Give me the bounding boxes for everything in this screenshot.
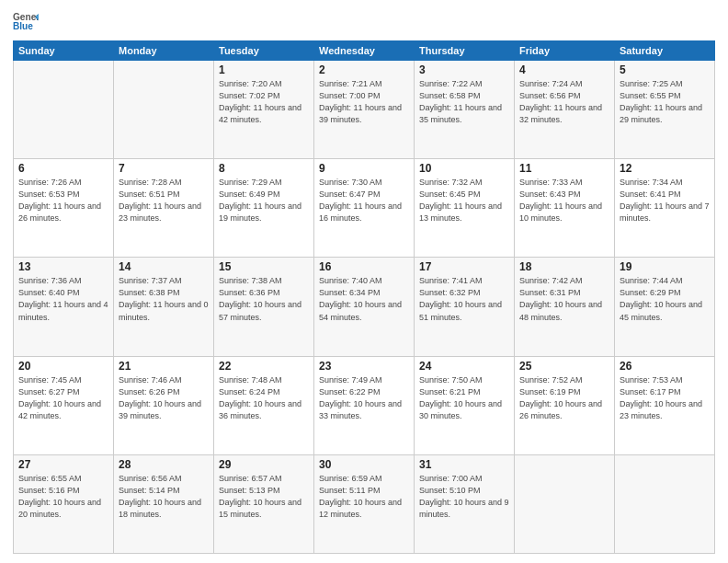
day-number: 25: [519, 360, 609, 373]
day-number: 14: [119, 260, 209, 273]
cell-info: Sunrise: 7:22 AMSunset: 6:58 PMDaylight:…: [419, 78, 509, 126]
cell-info: Sunrise: 7:24 AMSunset: 6:56 PMDaylight:…: [519, 78, 609, 126]
day-number: 8: [219, 162, 309, 175]
days-of-week-row: SundayMondayTuesdayWednesdayThursdayFrid…: [14, 41, 715, 61]
logo-icon: General Blue: [13, 9, 39, 35]
week-row-3: 13 Sunrise: 7:36 AMSunset: 6:40 PMDaylig…: [14, 258, 715, 356]
cell-info: Sunrise: 7:40 AMSunset: 6:34 PMDaylight:…: [319, 275, 409, 323]
day-number: 12: [620, 162, 710, 175]
cell-info: Sunrise: 6:57 AMSunset: 5:13 PMDaylight:…: [219, 473, 309, 521]
cell-info: Sunrise: 7:28 AMSunset: 6:51 PMDaylight:…: [119, 177, 209, 224]
cell-info: Sunrise: 7:25 AMSunset: 6:55 PMDaylight:…: [620, 78, 710, 126]
day-number: 6: [18, 162, 108, 175]
cell-info: Sunrise: 7:20 AMSunset: 7:02 PMDaylight:…: [219, 78, 309, 126]
calendar-cell: 8 Sunrise: 7:29 AMSunset: 6:49 PMDayligh…: [214, 159, 314, 258]
day-number: 22: [219, 360, 309, 373]
calendar-cell: 18 Sunrise: 7:42 AMSunset: 6:31 PMDaylig…: [515, 258, 615, 356]
day-number: 13: [18, 260, 108, 273]
day-number: 30: [319, 458, 409, 471]
calendar-cell: 22 Sunrise: 7:48 AMSunset: 6:24 PMDaylig…: [214, 356, 314, 454]
cell-info: Sunrise: 7:33 AMSunset: 6:43 PMDaylight:…: [519, 177, 609, 224]
day-of-week-friday: Friday: [515, 41, 615, 61]
cell-info: Sunrise: 7:30 AMSunset: 6:47 PMDaylight:…: [319, 177, 409, 224]
day-number: 24: [419, 360, 509, 373]
day-number: 11: [519, 162, 609, 175]
calendar-cell: 13 Sunrise: 7:36 AMSunset: 6:40 PMDaylig…: [14, 258, 114, 356]
calendar-cell: 7 Sunrise: 7:28 AMSunset: 6:51 PMDayligh…: [114, 159, 214, 258]
calendar-cell: 24 Sunrise: 7:50 AMSunset: 6:21 PMDaylig…: [415, 356, 515, 454]
week-row-4: 20 Sunrise: 7:45 AMSunset: 6:27 PMDaylig…: [14, 356, 715, 454]
cell-info: Sunrise: 7:45 AMSunset: 6:27 PMDaylight:…: [18, 374, 108, 422]
day-number: 1: [219, 63, 309, 76]
cell-info: Sunrise: 7:46 AMSunset: 6:26 PMDaylight:…: [119, 374, 209, 422]
cell-info: Sunrise: 7:41 AMSunset: 6:32 PMDaylight:…: [419, 275, 509, 323]
calendar-cell: 11 Sunrise: 7:33 AMSunset: 6:43 PMDaylig…: [515, 159, 615, 258]
day-of-week-thursday: Thursday: [415, 41, 515, 61]
calendar-cell: 9 Sunrise: 7:30 AMSunset: 6:47 PMDayligh…: [314, 159, 415, 258]
calendar-cell: 4 Sunrise: 7:24 AMSunset: 6:56 PMDayligh…: [515, 61, 615, 159]
day-number: 7: [119, 162, 209, 175]
day-of-week-monday: Monday: [114, 41, 214, 61]
day-of-week-wednesday: Wednesday: [314, 41, 415, 61]
cell-info: Sunrise: 6:59 AMSunset: 5:11 PMDaylight:…: [319, 473, 409, 521]
calendar-cell: 12 Sunrise: 7:34 AMSunset: 6:41 PMDaylig…: [615, 159, 715, 258]
calendar-cell: [515, 454, 615, 553]
calendar-body: 1 Sunrise: 7:20 AMSunset: 7:02 PMDayligh…: [14, 61, 715, 554]
calendar-cell: 10 Sunrise: 7:32 AMSunset: 6:45 PMDaylig…: [415, 159, 515, 258]
cell-info: Sunrise: 7:44 AMSunset: 6:29 PMDaylight:…: [620, 275, 710, 323]
cell-info: Sunrise: 7:29 AMSunset: 6:49 PMDaylight:…: [219, 177, 309, 224]
logo: General Blue: [13, 9, 39, 35]
cell-info: Sunrise: 7:53 AMSunset: 6:17 PMDaylight:…: [620, 374, 710, 422]
calendar-cell: [615, 454, 715, 553]
day-number: 21: [119, 360, 209, 373]
calendar-cell: 3 Sunrise: 7:22 AMSunset: 6:58 PMDayligh…: [415, 61, 515, 159]
calendar-cell: 1 Sunrise: 7:20 AMSunset: 7:02 PMDayligh…: [214, 61, 314, 159]
calendar-cell: 19 Sunrise: 7:44 AMSunset: 6:29 PMDaylig…: [615, 258, 715, 356]
cell-info: Sunrise: 7:50 AMSunset: 6:21 PMDaylight:…: [419, 374, 509, 422]
cell-info: Sunrise: 7:34 AMSunset: 6:41 PMDaylight:…: [620, 177, 710, 224]
day-number: 9: [319, 162, 409, 175]
cell-info: Sunrise: 7:36 AMSunset: 6:40 PMDaylight:…: [18, 275, 108, 323]
calendar-header: SundayMondayTuesdayWednesdayThursdayFrid…: [14, 41, 715, 61]
calendar-cell: 21 Sunrise: 7:46 AMSunset: 6:26 PMDaylig…: [114, 356, 214, 454]
calendar-cell: 2 Sunrise: 7:21 AMSunset: 7:00 PMDayligh…: [314, 61, 415, 159]
calendar-cell: 25 Sunrise: 7:52 AMSunset: 6:19 PMDaylig…: [515, 356, 615, 454]
calendar-cell: 5 Sunrise: 7:25 AMSunset: 6:55 PMDayligh…: [615, 61, 715, 159]
cell-info: Sunrise: 7:26 AMSunset: 6:53 PMDaylight:…: [18, 177, 108, 224]
cell-info: Sunrise: 6:55 AMSunset: 5:16 PMDaylight:…: [18, 473, 108, 521]
day-number: 26: [620, 360, 710, 373]
calendar-cell: 27 Sunrise: 6:55 AMSunset: 5:16 PMDaylig…: [14, 454, 114, 553]
cell-info: Sunrise: 7:49 AMSunset: 6:22 PMDaylight:…: [319, 374, 409, 422]
cell-info: Sunrise: 7:38 AMSunset: 6:36 PMDaylight:…: [219, 275, 309, 323]
day-number: 18: [519, 260, 609, 273]
cell-info: Sunrise: 7:52 AMSunset: 6:19 PMDaylight:…: [519, 374, 609, 422]
day-number: 4: [519, 63, 609, 76]
day-number: 15: [219, 260, 309, 273]
calendar-cell: 20 Sunrise: 7:45 AMSunset: 6:27 PMDaylig…: [14, 356, 114, 454]
calendar-cell: 30 Sunrise: 6:59 AMSunset: 5:11 PMDaylig…: [314, 454, 415, 553]
calendar-cell: 15 Sunrise: 7:38 AMSunset: 6:36 PMDaylig…: [214, 258, 314, 356]
cell-info: Sunrise: 7:37 AMSunset: 6:38 PMDaylight:…: [119, 275, 209, 323]
day-of-week-tuesday: Tuesday: [214, 41, 314, 61]
calendar-cell: 17 Sunrise: 7:41 AMSunset: 6:32 PMDaylig…: [415, 258, 515, 356]
cell-info: Sunrise: 7:48 AMSunset: 6:24 PMDaylight:…: [219, 374, 309, 422]
calendar-cell: 28 Sunrise: 6:56 AMSunset: 5:14 PMDaylig…: [114, 454, 214, 553]
day-of-week-saturday: Saturday: [615, 41, 715, 61]
week-row-1: 1 Sunrise: 7:20 AMSunset: 7:02 PMDayligh…: [14, 61, 715, 159]
day-number: 19: [620, 260, 710, 273]
day-of-week-sunday: Sunday: [14, 41, 114, 61]
calendar-cell: [114, 61, 214, 159]
calendar-cell: 16 Sunrise: 7:40 AMSunset: 6:34 PMDaylig…: [314, 258, 415, 356]
calendar-cell: 29 Sunrise: 6:57 AMSunset: 5:13 PMDaylig…: [214, 454, 314, 553]
cell-info: Sunrise: 7:42 AMSunset: 6:31 PMDaylight:…: [519, 275, 609, 323]
calendar-cell: 23 Sunrise: 7:49 AMSunset: 6:22 PMDaylig…: [314, 356, 415, 454]
cell-info: Sunrise: 6:56 AMSunset: 5:14 PMDaylight:…: [119, 473, 209, 521]
week-row-2: 6 Sunrise: 7:26 AMSunset: 6:53 PMDayligh…: [14, 159, 715, 258]
cell-info: Sunrise: 7:32 AMSunset: 6:45 PMDaylight:…: [419, 177, 509, 224]
day-number: 28: [119, 458, 209, 471]
day-number: 16: [319, 260, 409, 273]
day-number: 31: [419, 458, 509, 471]
calendar: SundayMondayTuesdayWednesdayThursdayFrid…: [13, 40, 715, 554]
day-number: 2: [319, 63, 409, 76]
calendar-cell: 6 Sunrise: 7:26 AMSunset: 6:53 PMDayligh…: [14, 159, 114, 258]
